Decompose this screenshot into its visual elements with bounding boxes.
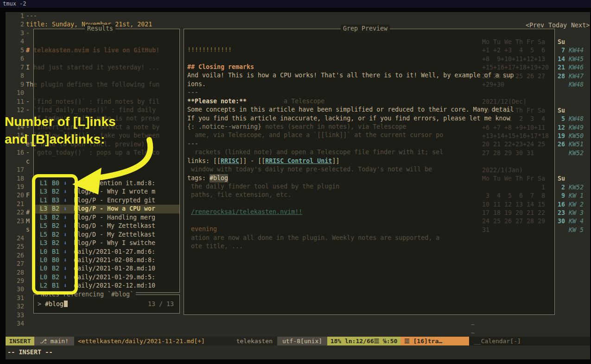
- preview-line: ---: [184, 88, 554, 97]
- calendar-sunday-day[interactable]: 7: [554, 46, 565, 55]
- buffer-row: 31: [6, 294, 26, 302]
- result-entry-text: daily/2021-02-12.md:10: [74, 282, 155, 290]
- preview-line: window with today's daily note pre-selec…: [184, 165, 554, 174]
- preview-text: window with today's daily note pre-selec…: [191, 165, 432, 174]
- calendar-week-number: KW 4: [569, 217, 584, 226]
- preview-text: ---: [187, 140, 198, 148]
- prompt-prefix: >: [38, 301, 41, 308]
- calendar-sunday-label: Su: [554, 38, 565, 46]
- line-number: 7: [6, 63, 24, 72]
- result-entry-text: daily/2021-01-29.md:5:: [74, 273, 155, 282]
- buffer-line-text: -: [26, 30, 30, 37]
- preview-text: a Telescope: [284, 97, 324, 106]
- annotation-text: Number of [L]inks and [B]acklinks:: [5, 113, 116, 148]
- preview-line: ## Closing remarks: [184, 63, 554, 71]
- buffer-row: 26: [6, 251, 26, 260]
- match-count: 13 / 13: [148, 300, 174, 308]
- whitespace-warning-segment: ☰ [16]tra…: [400, 337, 469, 345]
- preview-line: If you find this article inaccurate, lac…: [184, 114, 554, 123]
- buffer-row: 2title: Sunday, November 21st, 2021: [6, 20, 152, 29]
- calendar-sunday-day[interactable]: 21: [554, 63, 565, 72]
- calendar-sunday-day[interactable]: 14: [554, 55, 565, 63]
- line-number: 8: [6, 72, 24, 80]
- preview-window-title: Grep Preview: [341, 25, 390, 33]
- git-branch-icon: ⎇: [40, 338, 47, 345]
- preview-line: ---: [184, 140, 554, 148]
- line-number: 21: [6, 200, 24, 208]
- calendar-sunday-day[interactable]: 9: [554, 192, 565, 200]
- cursor-position-segment: 18% ln:12/66☰ ℅:50: [327, 337, 400, 345]
- prompt-input[interactable]: > #blog: [38, 300, 68, 308]
- line-number: 29: [6, 277, 24, 285]
- calendar-week-number: KW50: [569, 132, 584, 140]
- line-number: 20: [6, 191, 24, 200]
- calendar-sunday-day[interactable]: 16: [554, 201, 565, 209]
- preview-line: evening: [184, 225, 554, 233]
- result-entry-text: …do i mention it.md:8:: [74, 179, 155, 188]
- note-link[interactable]: RRISC Control Unit: [265, 157, 332, 165]
- preview-line: [184, 217, 554, 225]
- preview-text: ]]: [239, 157, 247, 165]
- line-number: 25: [6, 243, 24, 251]
- preview-line: ions.: [184, 80, 554, 88]
- line-number: 5: [6, 46, 24, 55]
- mode-indicator: INSERT: [6, 337, 34, 345]
- buffer-row: 34: [6, 320, 26, 328]
- preview-line: /renerocksai/telekasten.nvim!!: [184, 208, 554, 216]
- buffer-line-text: #: [26, 209, 30, 216]
- preview-text: And voila! This is how a CPU works! That…: [187, 71, 514, 80]
- note-link[interactable]: RRISC: [221, 157, 239, 165]
- calendar-today-button[interactable]: Today: [548, 22, 567, 29]
- buffer-row: 4: [6, 38, 26, 46]
- calendar-sunday-day[interactable]: 28: [554, 72, 565, 81]
- result-entry-text: blog/D - My Zettelkast: [74, 222, 155, 230]
- buffer-row: 8: [6, 72, 26, 80]
- preview-line: !!!!!!!!!!!!: [184, 46, 554, 54]
- preview-line: paths, file extension, etc.: [184, 191, 554, 199]
- calendar-sunday-day[interactable]: 30: [554, 217, 565, 226]
- line-number: 18: [6, 175, 24, 183]
- buffer-line-text: s: [26, 226, 30, 233]
- preview-line: Some concepts in this article have been …: [184, 106, 554, 114]
- line-number: 27: [6, 260, 24, 268]
- preview-text: ame, via Telescope, and place a `[[link]…: [195, 131, 443, 139]
- calendar-week-number: KW48: [569, 115, 584, 123]
- calendar-next-button[interactable]: Next>: [571, 22, 590, 29]
- buffer-row: c: [6, 157, 30, 166]
- preview-text: ation are now all done in the plugin. We…: [191, 234, 439, 242]
- preview-text: ## Closing remarks: [187, 63, 254, 71]
- preview-line: [184, 200, 554, 208]
- line-number: 23: [6, 217, 24, 226]
- buffer-row: 3-: [6, 29, 30, 38]
- calendar-sunday-day[interactable]: 12: [554, 124, 565, 132]
- buffer-row: 22#: [6, 208, 30, 217]
- line-number: 17: [6, 166, 24, 174]
- calendar-week-number: KW46: [569, 63, 584, 72]
- buffer-line-text: M: [26, 218, 30, 225]
- line-number: 32: [6, 302, 24, 311]
- line-number: 9: [6, 81, 24, 89]
- calendar-sunday-label: Su: [554, 107, 565, 115]
- encoding-segment: utf-8[unix]: [277, 337, 327, 345]
- line-number: 30: [6, 285, 24, 294]
- calendar-sunday-day[interactable]: 19: [554, 132, 565, 140]
- preview-text: ---: [187, 88, 198, 97]
- grep-preview-window: Grep Preview !!!!!!!!!!!!## Closing rema…: [184, 29, 555, 315]
- buffer-row: 33: [6, 311, 26, 320]
- calendar-sunday-day[interactable]: 26: [554, 140, 565, 149]
- calendar-prev-button[interactable]: <Prev: [526, 22, 544, 29]
- preview-line: [184, 54, 554, 63]
- buffer-row: 25: [6, 243, 26, 251]
- preview-line: tags: #blog: [184, 174, 554, 182]
- calendar-sunday-day[interactable]: 2: [554, 183, 565, 192]
- git-branch-segment: ⎇ main!: [34, 337, 74, 345]
- preview-text: ]]: [332, 157, 339, 165]
- result-entry-text: daily/2021-02-08.md:8:: [74, 256, 155, 264]
- buffer-row: 17: [6, 166, 26, 174]
- line-number: 31: [6, 294, 24, 302]
- calendar-sunday-day[interactable]: 5: [554, 115, 565, 123]
- calendar-sunday-day[interactable]: 23: [554, 209, 565, 217]
- calendar-week-number: KW 3: [569, 209, 584, 217]
- preview-text: -: [247, 157, 258, 165]
- file-path: <ettelkasten/daily/2021-11-21.md[+]: [78, 338, 205, 345]
